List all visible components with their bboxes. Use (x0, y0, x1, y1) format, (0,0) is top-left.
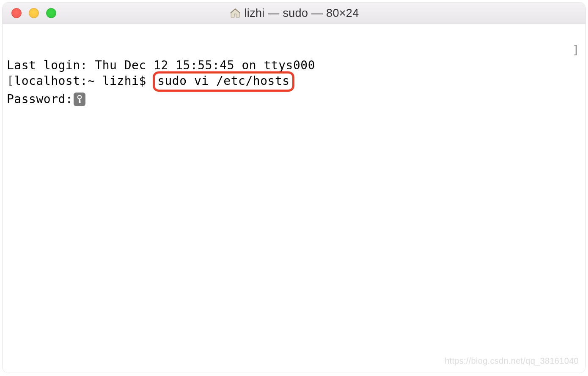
prompt-line: [localhost:~ lizhi$ sudo vi /etc/hosts (7, 73, 582, 92)
prompt-close-bracket: ] (572, 43, 580, 58)
password-line: Password: (7, 92, 582, 107)
minimize-button[interactable] (29, 8, 39, 18)
last-login-line: Last login: Thu Dec 12 15:55:45 on ttys0… (7, 58, 582, 73)
traffic-lights (11, 8, 56, 18)
watermark-text: https://blog.csdn.net/qq_38161040 (445, 353, 579, 368)
terminal-window: lizhi — sudo — 80×24 Last login: Thu Dec… (3, 3, 585, 373)
key-icon (74, 93, 85, 106)
svg-point-0 (78, 95, 81, 99)
window-title: lizhi — sudo — 80×24 (3, 7, 585, 20)
prompt-bracket: [ (7, 74, 14, 88)
home-icon (229, 7, 241, 19)
command-text: sudo vi /etc/hosts (157, 74, 289, 88)
window-titlebar[interactable]: lizhi — sudo — 80×24 (3, 3, 585, 24)
password-label: Password: (7, 92, 73, 107)
shell-prompt: localhost:~ lizhi$ (14, 74, 154, 88)
svg-rect-3 (79, 102, 81, 103)
svg-rect-2 (79, 101, 81, 101)
zoom-button[interactable] (46, 8, 56, 18)
command-highlight: sudo vi /etc/hosts (153, 71, 294, 92)
close-button[interactable] (11, 8, 22, 18)
window-title-text: lizhi — sudo — 80×24 (245, 7, 359, 20)
terminal-content[interactable]: Last login: Thu Dec 12 15:55:45 on ttys0… (3, 24, 585, 373)
